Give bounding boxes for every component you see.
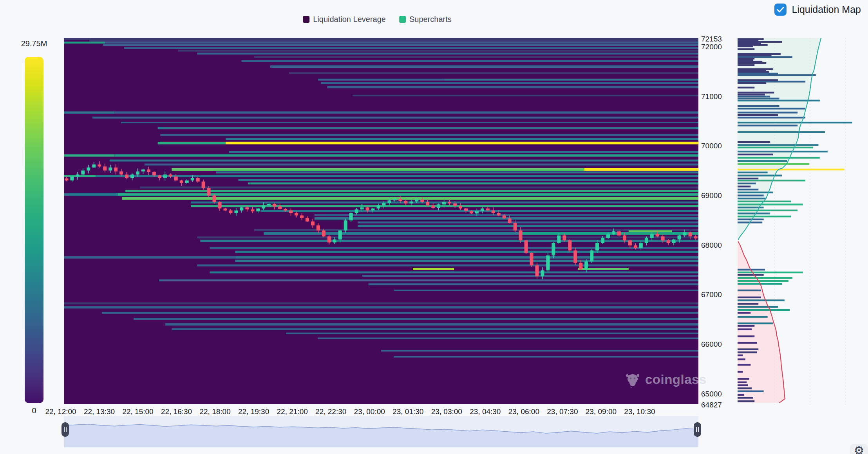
heatmap-band xyxy=(110,160,698,162)
candle-body xyxy=(573,250,577,263)
candle-body xyxy=(273,204,276,206)
liquidation-bar xyxy=(738,328,752,330)
candle-body xyxy=(169,175,172,177)
candle-body xyxy=(497,213,501,215)
heatmap-band xyxy=(327,86,698,88)
liquidation-bar xyxy=(738,108,805,110)
candle-body xyxy=(262,205,265,209)
candle-body xyxy=(645,238,648,243)
settings-button[interactable]: ⚙ xyxy=(850,444,868,454)
candle-body xyxy=(689,232,692,236)
candle-body xyxy=(344,220,347,231)
candle-body xyxy=(595,243,599,250)
candle-body xyxy=(76,175,79,177)
heatmap-band xyxy=(191,205,698,207)
navigator-left-handle[interactable] xyxy=(61,422,69,437)
navigator-right-handle[interactable] xyxy=(694,422,701,437)
candle-body xyxy=(683,232,687,236)
heatmap-band xyxy=(358,225,698,227)
liquidation-bar xyxy=(738,397,753,399)
heatmap-band xyxy=(235,256,698,259)
candle-body xyxy=(130,175,134,178)
candle-body xyxy=(185,180,189,183)
price-axis-label: 64827 xyxy=(701,401,722,409)
candle-body xyxy=(180,180,183,183)
legend-swatch-purple xyxy=(303,16,309,23)
liquidation-bar xyxy=(738,209,797,211)
price-axis-label: 69000 xyxy=(701,191,722,200)
heatmap-band xyxy=(584,168,698,171)
candle-body xyxy=(81,171,85,175)
liquidation-bar xyxy=(738,151,828,153)
candle-body xyxy=(650,234,654,238)
candle-body xyxy=(442,202,446,204)
candle-body xyxy=(606,234,610,238)
liquidation-bar xyxy=(738,87,754,89)
navigator-area-svg xyxy=(64,416,698,447)
heatmap-band xyxy=(445,79,698,81)
price-axis-label: 66000 xyxy=(701,340,722,349)
candle-body xyxy=(661,236,665,240)
time-axis-label: 22, 16:30 xyxy=(161,407,192,416)
liquidation-bar xyxy=(738,81,805,83)
heatmap-band xyxy=(239,179,699,181)
liquidation-bar xyxy=(738,359,745,360)
candle-body xyxy=(672,240,676,243)
candle-body xyxy=(584,261,588,269)
liquidation-bar xyxy=(738,299,785,301)
liquidation-bar xyxy=(738,204,803,205)
liquidation-bar xyxy=(738,163,809,165)
candle-body xyxy=(202,182,205,188)
candle-body xyxy=(240,207,243,211)
time-axis-label: 22, 12:00 xyxy=(45,407,76,416)
candle-body xyxy=(628,240,632,245)
gear-icon: ⚙ xyxy=(854,444,864,454)
liquidation-bar xyxy=(738,394,744,396)
candle-body xyxy=(437,204,440,208)
liquidation-bar xyxy=(738,189,758,191)
candle-body xyxy=(420,200,424,202)
heatmap-chart-area[interactable] xyxy=(64,38,698,404)
candle-body xyxy=(103,166,107,170)
candle-body xyxy=(355,209,358,213)
legend-swatch-green xyxy=(399,16,406,23)
candle-body xyxy=(393,199,396,200)
candle-body xyxy=(535,265,539,276)
time-axis-label: 22, 22:30 xyxy=(315,407,346,416)
heatmap-band xyxy=(64,306,698,308)
candle-body xyxy=(158,175,161,178)
legend-label: Supercharts xyxy=(409,15,452,24)
legend-item-liquidation-leverage[interactable]: Liquidation Leverage xyxy=(303,15,386,24)
heatmap-band xyxy=(64,303,698,304)
liquidation-bar xyxy=(738,56,792,58)
heatmap-band xyxy=(264,232,521,235)
liquidation-map-panel[interactable] xyxy=(738,38,868,405)
liquidation-bar xyxy=(738,154,773,156)
heatmap-band xyxy=(64,154,115,157)
liquidation-map-checkbox[interactable] xyxy=(774,4,787,16)
candle-body xyxy=(552,243,555,256)
liquidation-bar xyxy=(738,183,756,185)
liquidation-bar xyxy=(738,112,797,114)
time-axis-label: 22, 21:00 xyxy=(277,407,308,416)
candle-body xyxy=(349,213,353,220)
liquidation-bar xyxy=(738,105,779,107)
candle-body xyxy=(464,209,468,211)
candle-body xyxy=(152,172,156,175)
heatmap-band xyxy=(353,95,698,96)
time-axis-label: 23, 06:00 xyxy=(508,407,539,416)
heatmap-band xyxy=(134,318,698,320)
liquidation-bar xyxy=(738,125,797,127)
liquidation-bar xyxy=(738,61,762,63)
candle-body xyxy=(617,231,621,235)
legend-item-supercharts[interactable]: Supercharts xyxy=(399,15,452,24)
range-navigator[interactable] xyxy=(64,416,698,447)
candle-body xyxy=(459,206,462,208)
liquidation-bar xyxy=(738,45,753,47)
candle-body xyxy=(218,202,222,209)
heatmap-band xyxy=(318,337,698,339)
candle-body xyxy=(371,209,375,211)
heatmap-band xyxy=(315,217,698,220)
candle-body xyxy=(694,236,698,238)
price-axis-label: 65000 xyxy=(701,390,722,398)
